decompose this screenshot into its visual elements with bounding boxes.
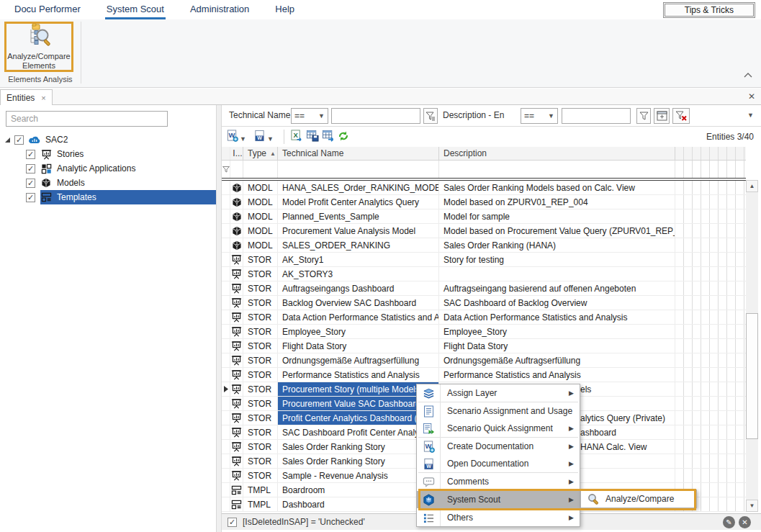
row-technical-name[interactable]: Boardroom	[278, 483, 439, 497]
scroll-up-icon[interactable]: ▲	[746, 180, 758, 192]
ribbon-collapse-chevron-icon[interactable]	[744, 70, 754, 78]
menu-item-assign-layer[interactable]: Assign Layer▶	[417, 384, 580, 402]
filter-row-cell[interactable]	[278, 161, 439, 178]
ribbon-tab-docu-performer[interactable]: Docu Performer	[13, 0, 82, 19]
menu-item-comments[interactable]: Comments▶	[417, 473, 580, 490]
checkbox-stories[interactable]: ✓	[26, 150, 35, 159]
splitter[interactable]	[216, 105, 222, 532]
menu-item-analyze-compare[interactable]: Analyze/Compare	[605, 494, 674, 504]
create-word-documentation-button[interactable]: W▼	[226, 130, 251, 144]
table-row[interactable]: STORAK_Story1Story for testing	[222, 253, 746, 267]
menu-item-others[interactable]: Others▶	[417, 509, 580, 526]
tab-entities[interactable]: Entities ×	[0, 89, 53, 106]
filter-field2-funnel-button[interactable]	[636, 108, 651, 124]
table-row[interactable]: MODLHANA_SALES_Order_RANKING_MODELSales …	[222, 181, 746, 195]
table-row[interactable]: MODLModel Profit Center Analytics QueryM…	[222, 195, 746, 209]
row-technical-name[interactable]: Model Profit Center Analytics Query	[278, 195, 439, 209]
open-word-documentation-button[interactable]: W▼	[253, 130, 278, 144]
row-technical-name[interactable]: Procurement Value SAC Dashboard	[278, 397, 439, 410]
row-technical-name[interactable]: Sales Order Ranking Story	[278, 440, 439, 454]
table-row[interactable]: STORFlight Data StoryFlight Data Story	[222, 339, 746, 353]
filter-bar-dropdown-icon[interactable]: ▼	[747, 112, 754, 119]
row-technical-name[interactable]: HANA_SALES_Order_RANKING_MODEL	[278, 181, 439, 194]
filter-field1-input[interactable]	[331, 108, 420, 124]
filter-field2-operator-select[interactable]: ==▼	[521, 108, 558, 124]
row-technical-name[interactable]: Planned_Events_Sample	[278, 209, 439, 223]
table-row[interactable]: STORData Action Performance Statistics a…	[222, 310, 746, 325]
panel-close-icon[interactable]: ✕	[748, 91, 755, 102]
table-row[interactable]: MODLPlanned_Events_SampleModel for sampl…	[222, 209, 746, 224]
filter-enabled-checkbox[interactable]: ✓	[228, 518, 237, 527]
menu-item-system-scout[interactable]: System Scout▶	[417, 491, 580, 508]
export-grid-button[interactable]	[322, 130, 335, 144]
clear-filter-button[interactable]	[672, 108, 690, 124]
row-technical-name[interactable]: Profit Center Analytics Dashboard (Priv	[278, 411, 439, 425]
row-technical-name[interactable]: Sales Order Ranking Story	[278, 454, 439, 468]
analyze-compare-elements-button[interactable]: Analyze/Compare Elements	[4, 22, 73, 72]
table-row[interactable]: STORBacklog Overview SAC DashboardSAC Da…	[222, 296, 746, 310]
filter-field1-funnel-button[interactable]	[423, 108, 438, 124]
tree-expander-icon[interactable]	[4, 137, 13, 143]
row-technical-name[interactable]: SAC Dashboard Profit Center Analytics	[278, 425, 439, 439]
menu-item-open-documentation[interactable]: WOpen Documentation▶	[417, 455, 580, 472]
sidebar-item-templates[interactable]: ✓Templates	[0, 190, 216, 204]
vertical-scrollbar[interactable]: ▲ ▼	[746, 180, 758, 512]
tab-close-icon[interactable]: ×	[41, 94, 45, 102]
scroll-down-icon[interactable]: ▼	[746, 500, 758, 512]
table-row[interactable]: MODLProcurement Value Analysis ModelMode…	[222, 224, 746, 238]
checkbox-templates[interactable]: ✓	[26, 193, 35, 202]
row-technical-name[interactable]: Data Action Performance Statistics and A…	[278, 310, 439, 324]
row-technical-name[interactable]: SALES_ORDER_RANKING	[278, 238, 439, 252]
filter-field1-operator-select[interactable]: ==▼	[291, 108, 328, 124]
refresh-button[interactable]	[338, 130, 349, 144]
ribbon-tab-administration[interactable]: Administration	[189, 0, 251, 19]
scrollbar-thumb[interactable]	[746, 313, 758, 439]
search-input[interactable]	[6, 111, 168, 127]
row-technical-name[interactable]: Sample - Revenue Analysis	[278, 469, 439, 482]
sidebar-item-stories[interactable]: ✓Stories	[0, 147, 216, 161]
menu-item-create-documentation[interactable]: WCreate Documentation▶	[417, 438, 580, 455]
row-technical-name[interactable]: Procurement Value Analysis Model	[278, 224, 439, 238]
table-row[interactable]: STORAK_STORY3	[222, 267, 746, 281]
row-technical-name[interactable]: Ordnungsgemäße Auftragserfüllung	[278, 353, 439, 367]
edit-filter-icon[interactable]: ✎	[723, 516, 735, 528]
row-technical-name[interactable]: Employee_Story	[278, 325, 439, 338]
checkbox-analytic-applications[interactable]: ✓	[26, 164, 35, 173]
filter-row-cell[interactable]	[243, 161, 278, 178]
sidebar-item-models[interactable]: ✓Models	[0, 176, 216, 190]
menu-item-scenario-quick-assignment[interactable]: Scenario Quick Assignment▶	[417, 420, 580, 437]
table-row[interactable]: STORPerformance Statistics and AnalysisP…	[222, 368, 746, 382]
filter-editor-button[interactable]	[654, 108, 670, 124]
row-technical-name[interactable]: AK_Story1	[278, 253, 439, 266]
row-technical-name[interactable]: Backlog Overview SAC Dashboard	[278, 296, 439, 310]
column-header-icon[interactable]: I...	[230, 147, 243, 160]
checkbox-sac2[interactable]: ✓	[14, 135, 24, 145]
sidebar-item-analytic-applications[interactable]: ✓Analytic Applications	[0, 161, 216, 176]
chevron-down-icon[interactable]: ▼	[267, 135, 274, 143]
row-technical-name[interactable]: Procurement Story (multiple Models)	[278, 382, 439, 396]
chevron-down-icon[interactable]: ▼	[240, 135, 246, 143]
filter-row-cell[interactable]	[439, 161, 675, 178]
column-header-technical-name[interactable]: Technical Name	[278, 147, 439, 160]
filter-row-cell[interactable]	[230, 161, 243, 178]
checkbox-models[interactable]: ✓	[26, 179, 35, 188]
sidebar-item-sac2[interactable]: ✓SAC2	[0, 132, 216, 147]
ribbon-tab-system-scout[interactable]: System Scout	[105, 0, 166, 19]
row-technical-name[interactable]: AK_STORY3	[278, 267, 439, 281]
close-filter-icon[interactable]: ✕	[739, 516, 751, 528]
filter-field2-input[interactable]	[562, 108, 631, 124]
row-technical-name[interactable]: Flight Data Story	[278, 339, 439, 353]
table-row[interactable]: STOROrdnungsgemäße AuftragserfüllungOrdn…	[222, 353, 746, 368]
table-row[interactable]: MODLSALES_ORDER_RANKINGSales Order Ranki…	[222, 238, 746, 253]
row-technical-name[interactable]: Auftragseingangs Dashboard	[278, 281, 439, 295]
table-row[interactable]: STORAuftragseingangs DashboardAuftragsei…	[222, 281, 746, 296]
table-row[interactable]: STOREmployee_StoryEmployee_Story	[222, 325, 746, 339]
column-header-type[interactable]: Type▲	[243, 147, 278, 160]
row-technical-name[interactable]: Performance Statistics and Analysis	[278, 368, 439, 382]
menu-item-scenario-assignment-and-usage[interactable]: Scenario Assignment and Usage	[417, 402, 580, 420]
ribbon-tab-help[interactable]: Help	[274, 0, 296, 19]
column-header-description[interactable]: Description	[439, 147, 675, 160]
tips-tricks-button[interactable]: Tips & Tricks	[663, 2, 755, 18]
row-technical-name[interactable]: Dashboard	[278, 497, 439, 511]
save-grid-layout-button[interactable]	[306, 130, 319, 144]
